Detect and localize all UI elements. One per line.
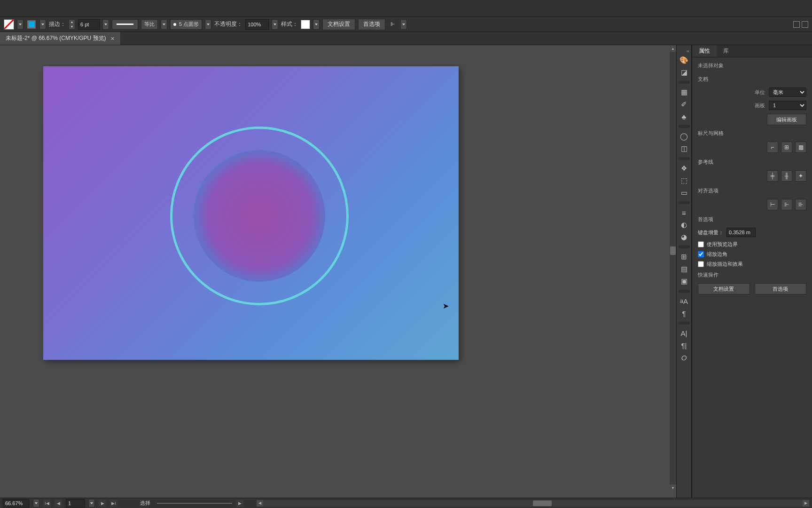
grid-show-icon[interactable]: ⊞	[781, 142, 792, 153]
vertical-scrollbar[interactable]: ▲ ▼	[670, 45, 676, 491]
scroll-thumb[interactable]	[670, 246, 676, 255]
tab-library[interactable]: 库	[717, 45, 735, 57]
close-tab-icon[interactable]: ×	[111, 35, 115, 42]
status-play-icon[interactable]: ▶	[236, 500, 243, 507]
quick-doc-setup-button[interactable]: 文档设置	[698, 283, 750, 294]
unit-select[interactable]: 毫米	[769, 87, 806, 97]
document-tab[interactable]: 未标题-2* @ 66.67% (CMYK/GPU 预览) ×	[0, 32, 121, 45]
fill-swatch[interactable]	[4, 19, 14, 30]
panel-layout-icon-2[interactable]	[802, 21, 808, 28]
snap-pixel-icon[interactable]: ⊪	[795, 199, 806, 210]
guides-show-icon[interactable]: ╪	[767, 170, 778, 182]
kbd-increment-field[interactable]	[726, 228, 756, 237]
selection-status: 未选择对象	[698, 62, 806, 69]
artboard: ➤	[43, 66, 459, 360]
transparency-grid-icon[interactable]: ▦	[795, 142, 806, 153]
zoom-field[interactable]	[3, 499, 29, 508]
opacity-field[interactable]	[245, 19, 269, 30]
paragraph-styles-icon[interactable]: ¶|	[679, 340, 690, 351]
quick-prefs-button[interactable]: 首选项	[755, 283, 807, 294]
horizontal-scrollbar[interactable]: ◀ ▶	[257, 500, 809, 507]
layers-panel-icon[interactable]: ❖	[679, 163, 690, 174]
scroll-left-icon[interactable]: ◀	[257, 500, 263, 507]
artboards-panel-icon[interactable]: ▭	[679, 187, 690, 198]
character-styles-icon[interactable]: A|	[679, 327, 690, 339]
edit-artboard-button[interactable]: 编辑画板	[767, 114, 806, 125]
stroke-align-arrow[interactable]	[161, 19, 167, 30]
brushes-panel-icon[interactable]: ✐	[679, 99, 690, 110]
ruler-icon[interactable]: ⌐	[767, 142, 778, 153]
stroke-width-dropdown[interactable]	[102, 19, 109, 30]
scroll-right-icon[interactable]: ▶	[803, 500, 809, 507]
swatches-panel-icon[interactable]: ▦	[679, 87, 690, 98]
style-dropdown[interactable]	[313, 19, 320, 30]
snap-grid-icon[interactable]: ⊩	[781, 199, 792, 210]
artboard-nav-field[interactable]	[66, 499, 85, 508]
document-tab-title: 未标题-2* @ 66.67% (CMYK/GPU 预览)	[6, 34, 106, 42]
smart-guides-icon[interactable]: ✦	[795, 170, 806, 182]
symbols-panel-icon[interactable]: ♣	[679, 111, 690, 122]
prefs-button[interactable]: 首选项	[358, 19, 385, 30]
pathfinder-icon[interactable]: ▣	[679, 276, 690, 287]
expand-panels-icon[interactable]: «	[687, 48, 689, 54]
artboard-select[interactable]: 1	[769, 101, 806, 110]
stroke-dropdown[interactable]	[39, 19, 46, 30]
stroke-swatch-wrap[interactable]	[26, 19, 37, 30]
artboard-next-icon[interactable]: ▶	[99, 500, 106, 507]
stroke-align-dropdown[interactable]: 等比	[141, 19, 158, 30]
control-bar: 描边： ▲▼ 等比 5 点圆形 不透明度： 样式： 文档设置 首选项 ⊩	[0, 17, 812, 32]
scroll-down-icon[interactable]: ▼	[670, 484, 676, 491]
artboard-nav-dropdown[interactable]	[88, 499, 95, 508]
stroke-width-stepper[interactable]: ▲▼	[69, 19, 75, 30]
style-label: 样式：	[281, 20, 298, 28]
artboard-first-icon[interactable]: I◀	[43, 500, 51, 507]
zoom-dropdown[interactable]	[33, 499, 39, 508]
appearance-icon[interactable]: ◕	[679, 231, 690, 243]
gradient-panel-icon[interactable]: ◫	[679, 143, 690, 154]
brush-profile[interactable]: 5 点圆形	[170, 19, 202, 30]
scroll-up-icon[interactable]: ▲	[670, 45, 676, 52]
stroke-panel-icon[interactable]: ◯	[679, 131, 690, 142]
snap-point-icon[interactable]: ⊢	[767, 199, 778, 210]
scale-strokes-checkbox[interactable]	[698, 261, 704, 267]
asset-export-icon[interactable]: ⬚	[679, 175, 690, 186]
panel-layout-icon-1[interactable]	[793, 21, 800, 28]
stroke-profile-preview[interactable]	[112, 19, 138, 30]
brush-profile-dropdown[interactable]	[205, 19, 211, 30]
style-swatch[interactable]	[301, 20, 310, 29]
opentype-panel-icon[interactable]: O	[679, 352, 690, 363]
guides-lock-icon[interactable]: ╫	[781, 170, 792, 182]
opacity-dropdown[interactable]	[272, 19, 278, 30]
scale-corners-checkbox[interactable]	[698, 251, 704, 257]
stroke-options-icon[interactable]: ≡	[679, 207, 690, 218]
transparency-icon[interactable]: ◐	[679, 219, 690, 230]
quick-actions-title: 快速操作	[698, 271, 806, 278]
preview-bounds-checkbox[interactable]	[698, 241, 704, 247]
doc-section-title: 文档	[698, 76, 806, 83]
graphic-styles-icon[interactable]: ⊞	[679, 251, 690, 262]
align-to-dropdown[interactable]	[400, 19, 407, 30]
fill-dropdown[interactable]	[17, 19, 23, 30]
character-panel-icon[interactable]: aA	[679, 295, 690, 307]
canvas-area[interactable]: ➤ ▲ ▼	[0, 45, 676, 498]
artboard-last-icon[interactable]: ▶I	[110, 500, 117, 507]
paragraph-panel-icon[interactable]: ¶	[679, 308, 690, 319]
color-guide-icon[interactable]: ◪	[679, 67, 690, 78]
doc-setup-button[interactable]: 文档设置	[322, 19, 355, 30]
artboard-prev-icon[interactable]: ◀	[55, 500, 62, 507]
kbd-increment-label: 键盘增量：	[698, 229, 724, 236]
align-to-icon[interactable]: ⊩	[388, 20, 398, 29]
status-progress	[157, 503, 232, 504]
tab-properties[interactable]: 属性	[692, 45, 717, 57]
scale-corners-label: 缩放边角	[707, 251, 727, 258]
color-panel-icon[interactable]: 🎨	[679, 55, 690, 66]
tool-status: 选择	[140, 500, 150, 507]
stroke-swatch	[28, 21, 35, 28]
opacity-label: 不透明度：	[214, 20, 242, 28]
hscroll-thumb[interactable]	[533, 500, 552, 506]
stroke-width-field[interactable]	[78, 19, 100, 30]
scale-strokes-label: 缩放描边和效果	[707, 261, 743, 268]
align-panel-icon[interactable]: ▤	[679, 263, 690, 275]
ruler-grid-title: 标尺与网格	[698, 130, 806, 137]
status-bar: I◀ ◀ ▶ ▶I 选择 ▶ ◀ ▶	[0, 498, 812, 508]
